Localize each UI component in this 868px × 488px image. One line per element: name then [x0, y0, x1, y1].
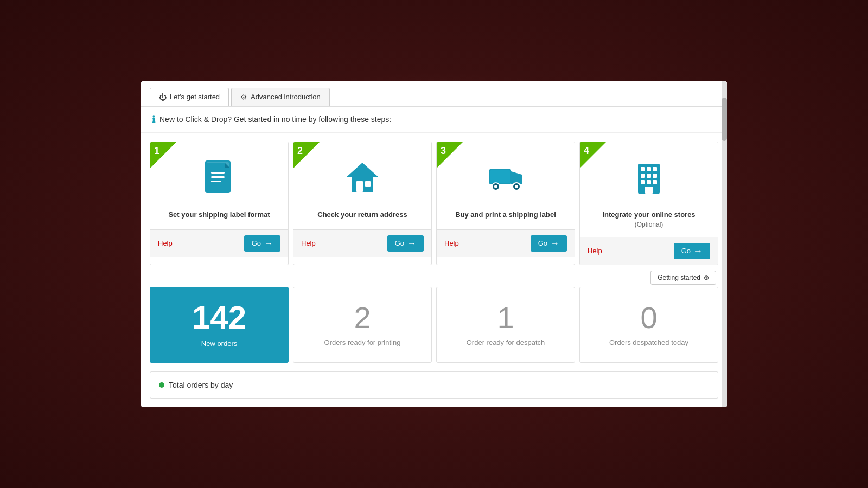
info-text: New to Click & Drop? Get started in no t… [159, 115, 391, 124]
step-subtitle-4: (Optional) [635, 221, 663, 228]
step-number-3: 3 [441, 145, 446, 157]
step-body-3: 3 Buy and print a shipping label [437, 142, 575, 229]
step-number-2: 2 [297, 145, 303, 157]
step-footer-1: Help Go → [150, 229, 288, 257]
go-arrow-4: → [694, 246, 703, 256]
go-label-2: Go [395, 239, 404, 247]
building-icon [630, 158, 668, 202]
stat-label-ready-despatch: Order ready for despatch [467, 338, 545, 346]
house-icon [343, 158, 381, 202]
stat-label-ready-printing: Orders ready for printing [324, 338, 401, 346]
step-help-1[interactable]: Help [158, 239, 173, 247]
svg-rect-11 [365, 181, 371, 187]
stats-section: 142 New orders 2 Orders ready for printi… [141, 287, 727, 371]
stat-label-new-orders: New orders [201, 339, 237, 348]
info-bar: ℹ New to Click & Drop? Get started in no… [141, 107, 727, 133]
chart-dot [159, 382, 164, 388]
svg-point-17 [515, 185, 518, 188]
steps-section: 1 Set you [141, 133, 727, 265]
go-label-1: Go [252, 239, 261, 247]
step-body-4: 4 Integra [580, 142, 718, 237]
step-number-1: 1 [154, 145, 159, 157]
svg-rect-23 [641, 174, 645, 178]
chart-section: Total orders by day [150, 371, 718, 399]
gear-icon: ⚙ [240, 93, 247, 101]
svg-rect-6 [211, 172, 225, 174]
getting-started-label: Getting started [658, 274, 700, 281]
svg-rect-26 [641, 180, 645, 184]
svg-rect-21 [647, 167, 651, 171]
tabs-bar: ⏻ Let's get started ⚙ Advanced introduct… [141, 81, 727, 107]
svg-rect-10 [356, 181, 363, 192]
step-body-1: 1 Set you [150, 142, 288, 229]
scrollbar-thumb[interactable] [722, 98, 727, 141]
svg-point-15 [494, 185, 497, 188]
svg-rect-18 [490, 170, 510, 183]
getting-started-icon: ⊕ [704, 274, 709, 281]
step-go-btn-3[interactable]: Go → [531, 235, 567, 252]
step-go-btn-1[interactable]: Go → [244, 235, 280, 252]
go-arrow-3: → [551, 239, 559, 248]
svg-rect-7 [211, 176, 225, 178]
go-label-4: Go [681, 247, 691, 255]
go-label-3: Go [538, 239, 547, 247]
tab-advanced[interactable]: ⚙ Advanced introduction [231, 88, 330, 106]
stat-value-new-orders: 142 [192, 301, 246, 334]
getting-started-wrap: Getting started ⊕ [141, 265, 727, 287]
step-card-4: 4 Integra [579, 142, 718, 265]
tab-advanced-label: Advanced introduction [251, 93, 321, 101]
step-title-4: Integrate your online stores [602, 210, 695, 219]
svg-rect-24 [647, 174, 651, 178]
stat-card-ready-printing[interactable]: 2 Orders ready for printing [293, 287, 432, 363]
svg-rect-20 [641, 167, 645, 171]
step-card-3: 3 Buy and print a shipping label Help [436, 142, 575, 265]
step-title-1: Set your shipping label format [168, 210, 270, 219]
step-footer-3: Help Go → [437, 229, 575, 257]
power-icon: ⏻ [159, 93, 167, 101]
go-arrow-2: → [407, 239, 416, 248]
step-help-3[interactable]: Help [444, 239, 459, 247]
step-card-1: 1 Set you [150, 142, 289, 265]
step-card-2: 2 Check your return address Help Go → [293, 142, 432, 265]
step-footer-2: Help Go → [293, 229, 431, 257]
svg-rect-25 [653, 174, 657, 178]
stat-card-despatched-today[interactable]: 0 Orders despatched today [579, 287, 718, 363]
step-body-2: 2 Check your return address [293, 142, 431, 229]
go-arrow-1: → [264, 239, 273, 248]
step-help-2[interactable]: Help [301, 239, 316, 247]
getting-started-button[interactable]: Getting started ⊕ [650, 271, 716, 285]
step-title-2: Check your return address [317, 210, 407, 219]
svg-rect-27 [647, 180, 651, 184]
tab-get-started-label: Let's get started [170, 93, 220, 101]
truck-icon [487, 158, 525, 202]
step-go-btn-4[interactable]: Go → [674, 243, 710, 259]
step-footer-4: Help Go → [580, 237, 718, 265]
chart-title: Total orders by day [169, 381, 233, 389]
stat-card-ready-despatch[interactable]: 1 Order ready for despatch [436, 287, 575, 363]
svg-rect-29 [645, 187, 653, 194]
main-container: ⏻ Let's get started ⚙ Advanced introduct… [141, 81, 727, 407]
svg-rect-22 [653, 167, 657, 171]
stat-value-ready-despatch: 1 [497, 303, 514, 333]
stat-value-despatched-today: 0 [640, 303, 657, 333]
svg-rect-8 [211, 181, 221, 182]
step-go-btn-2[interactable]: Go → [387, 235, 424, 252]
step-number-4: 4 [584, 145, 589, 157]
chart-header: Total orders by day [159, 381, 709, 389]
document-icon [200, 158, 238, 202]
info-icon: ℹ [152, 114, 155, 125]
step-help-4[interactable]: Help [588, 247, 602, 255]
tab-get-started[interactable]: ⏻ Let's get started [150, 88, 229, 106]
stat-card-new-orders[interactable]: 142 New orders [150, 287, 289, 363]
scrollbar[interactable] [722, 81, 727, 407]
stat-label-despatched-today: Orders despatched today [609, 338, 688, 346]
stat-value-ready-printing: 2 [354, 303, 371, 333]
step-title-3: Buy and print a shipping label [455, 210, 556, 219]
svg-rect-28 [653, 180, 657, 184]
